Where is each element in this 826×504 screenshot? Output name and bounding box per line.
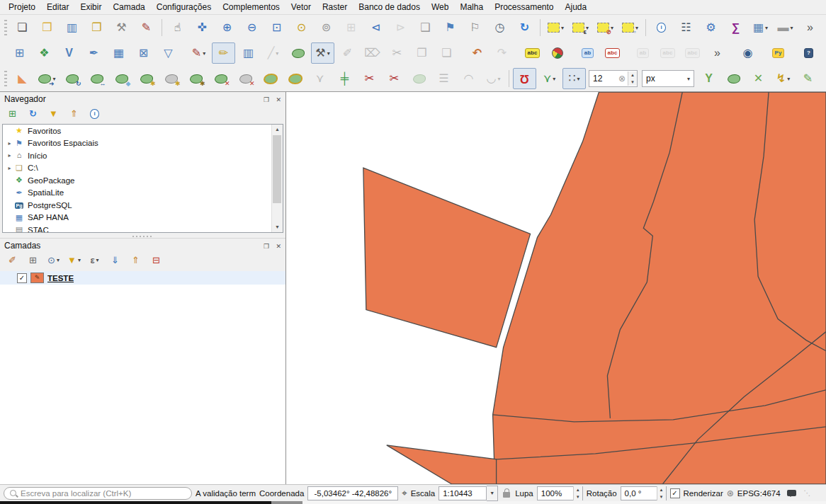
new-shapefile-button[interactable]: V bbox=[57, 42, 81, 64]
new-virtual-layer-button[interactable]: ▦ bbox=[107, 42, 130, 64]
delete-part-button[interactable]: ✕ bbox=[234, 68, 257, 89]
toggle-editing-button[interactable]: ✏ bbox=[212, 42, 235, 64]
menu-raster[interactable]: Raster bbox=[317, 1, 353, 13]
toolbar-overflow-button-1[interactable]: » bbox=[798, 17, 822, 38]
dropdown-arrow[interactable]: ▾ bbox=[203, 50, 205, 57]
snapping-units-combo[interactable]: px▾ bbox=[642, 70, 694, 87]
measure-button[interactable]: ▬▾ bbox=[774, 17, 797, 38]
crs-status-button[interactable]: EPSG:4674 bbox=[737, 489, 781, 498]
new-mesh-layer-button[interactable]: ⊠ bbox=[132, 42, 155, 64]
dropdown-arrow[interactable]: ▾ bbox=[553, 76, 555, 82]
browser-panel-close-button[interactable]: ✕ bbox=[276, 96, 281, 103]
snapping-type-button[interactable]: ⋎▾ bbox=[538, 68, 561, 89]
split-features-button[interactable]: ✂ bbox=[358, 68, 381, 89]
add-part-button[interactable]: ✱ bbox=[159, 68, 183, 89]
dropdown-arrow[interactable]: ▾ bbox=[790, 25, 793, 31]
collapse-all-button[interactable]: ⇑ bbox=[126, 252, 145, 268]
layers-panel-float-button[interactable]: ❐ bbox=[264, 243, 269, 250]
add-ring-button[interactable]: ✱ bbox=[135, 68, 158, 89]
tree-item-inicio[interactable]: ▸⌂Início bbox=[3, 149, 283, 162]
fill-ring-button[interactable]: ✱ bbox=[184, 68, 208, 89]
dropdown-arrow[interactable]: ▾ bbox=[57, 257, 60, 263]
tree-item-spatialite[interactable]: ✒SpatiaLite bbox=[3, 187, 283, 200]
temporal-controller-button[interactable]: ◷ bbox=[488, 17, 511, 38]
digitize-with-curve-button[interactable]: ✎ bbox=[796, 68, 820, 89]
data-source-manager-button[interactable]: ⊞ bbox=[8, 42, 31, 64]
toolbar-grip[interactable] bbox=[4, 71, 7, 86]
stepper[interactable]: ▲▼ bbox=[573, 486, 582, 500]
layers-panel-close-button[interactable]: ✕ bbox=[276, 243, 281, 250]
zoom-out-button[interactable]: ⊖ bbox=[240, 17, 264, 38]
zoom-full-extent-button[interactable]: ⊡ bbox=[265, 17, 288, 38]
window-resize-grip[interactable]: ⋱ bbox=[804, 489, 811, 497]
magnifier-spinbox[interactable]: 100% ▲▼ bbox=[537, 486, 583, 500]
rotation-spinbox[interactable]: 0,0 ° ▲▼ bbox=[621, 486, 667, 500]
expander-icon[interactable]: ▸ bbox=[6, 165, 13, 171]
dropdown-arrow[interactable]: ▾ bbox=[78, 257, 81, 263]
refresh-map-button[interactable]: ↻ bbox=[513, 17, 536, 38]
dropdown-arrow[interactable]: ▾ bbox=[577, 76, 580, 82]
tree-item-favoritos-espaciais[interactable]: ▸⚑Favoritos Espaciais bbox=[3, 137, 283, 150]
new-project-button[interactable]: ❏ bbox=[11, 17, 34, 38]
tree-item-favoritos[interactable]: ★Favoritos bbox=[3, 125, 283, 137]
menu-configura-es[interactable]: Configurações bbox=[151, 1, 217, 13]
zoom-in-button[interactable]: ⊕ bbox=[215, 17, 239, 38]
zoom-last-button[interactable]: ⊲ bbox=[364, 17, 387, 38]
layer-visibility-checkbox[interactable]: ✓ bbox=[17, 273, 27, 283]
refresh-browser-button[interactable]: ↻ bbox=[23, 105, 43, 122]
save-project-button[interactable]: ▥ bbox=[60, 17, 84, 38]
toolbar-grip[interactable] bbox=[4, 20, 7, 35]
new-spatialite-button[interactable]: ✒ bbox=[82, 42, 106, 64]
snapping-mode-button[interactable]: ∷▾ bbox=[562, 68, 586, 89]
menu-web[interactable]: Web bbox=[426, 1, 454, 13]
pan-to-selection-button[interactable]: ✜ bbox=[191, 17, 214, 38]
menu-camada[interactable]: Camada bbox=[107, 1, 150, 13]
highlight-pinned-labels-button[interactable]: abc bbox=[601, 42, 624, 64]
tree-item-c-drive[interactable]: ▸❏C:\ bbox=[3, 162, 283, 175]
deselect-by-location-button[interactable]: ◦▾ bbox=[618, 17, 642, 38]
snapping-tolerance-spinbox[interactable]: 12⊗▲▼ bbox=[589, 70, 638, 87]
filter-by-expression-button[interactable]: ε▾ bbox=[85, 252, 104, 268]
simplify-feature-button[interactable]: ◆ bbox=[110, 68, 133, 89]
menu-vetor[interactable]: Vetor bbox=[285, 1, 317, 13]
menu-banco-de-dados[interactable]: Banco de dados bbox=[353, 1, 426, 13]
layer-item-teste[interactable]: ✓✎TESTE bbox=[0, 271, 285, 285]
dropdown-arrow[interactable]: ▾ bbox=[561, 25, 564, 31]
vertex-tool-button[interactable]: ⚒▾ bbox=[311, 42, 334, 64]
new-gpx-layer-button[interactable]: ▽ bbox=[157, 42, 180, 64]
dropdown-arrow[interactable]: ▾ bbox=[276, 50, 278, 57]
reshape-features-button[interactable] bbox=[283, 68, 307, 89]
python-console-button[interactable]: Py bbox=[766, 42, 790, 64]
zoom-to-selection-button[interactable]: ⊚ bbox=[315, 17, 338, 38]
delete-ring-button[interactable]: ✕ bbox=[209, 68, 232, 89]
lock-scale-icon[interactable] bbox=[503, 492, 510, 498]
dropdown-arrow[interactable]: ▾ bbox=[327, 50, 330, 57]
new-print-layout-button[interactable]: ❐ bbox=[85, 17, 108, 38]
help-button[interactable]: ? bbox=[797, 42, 820, 64]
deselect-all-features-button[interactable]: ⊘▾ bbox=[594, 17, 617, 38]
dropdown-arrow[interactable]: ▾ bbox=[787, 76, 790, 82]
menu-processamento[interactable]: Processamento bbox=[489, 1, 559, 13]
scale-dropdown-icon[interactable]: ▼ bbox=[487, 486, 498, 501]
render-checkbox[interactable]: ✓ bbox=[670, 488, 680, 498]
add-group-button[interactable]: ⊞ bbox=[23, 252, 43, 268]
rotate-feature-button[interactable]: ↻ bbox=[60, 68, 84, 89]
stepper[interactable]: ▲▼ bbox=[657, 486, 666, 500]
scrollbar-thumb[interactable] bbox=[273, 135, 281, 203]
messages-button[interactable] bbox=[787, 490, 796, 496]
save-layer-edits-button[interactable]: ▥ bbox=[237, 42, 260, 64]
processing-toolbox-button[interactable]: ⚙ bbox=[699, 17, 723, 38]
sum-features-button[interactable]: ∑ bbox=[724, 17, 747, 38]
dropdown-arrow[interactable]: ▾ bbox=[765, 25, 768, 31]
scroll-up-icon[interactable]: ▲ bbox=[272, 125, 283, 134]
stepper[interactable]: ▲▼ bbox=[628, 71, 637, 86]
metasearch-button[interactable]: ◉ bbox=[736, 42, 759, 64]
open-project-button[interactable]: ❒ bbox=[35, 17, 59, 38]
select-features-button[interactable]: ▾ bbox=[544, 17, 567, 38]
zoom-to-layer-button[interactable]: ⊙ bbox=[290, 17, 313, 38]
filter-browser-button[interactable]: ▼ bbox=[44, 105, 63, 122]
collapse-all-browser-button[interactable]: ⇑ bbox=[64, 105, 84, 122]
layer-diagram-button[interactable] bbox=[545, 42, 569, 64]
menu-complementos[interactable]: Complementos bbox=[217, 1, 285, 13]
style-manager-button[interactable]: ✎ bbox=[135, 17, 158, 38]
